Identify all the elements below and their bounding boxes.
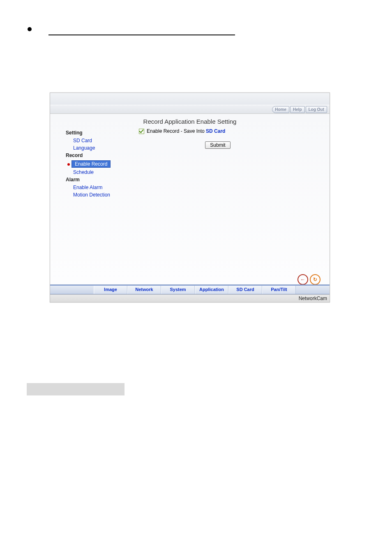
sidebar-item-motion-detection[interactable]: Motion Detection: [66, 191, 139, 199]
active-dot-icon: [67, 163, 70, 166]
logout-button[interactable]: Log Out: [306, 106, 327, 113]
bottom-icon-bar: ← ↻: [297, 274, 321, 285]
enable-record-checkbox[interactable]: [139, 129, 144, 134]
sidebar: Setting SD Card Language Record Enable R…: [50, 127, 139, 284]
enable-record-row: Enable Record - Save Into SD Card: [139, 128, 330, 134]
tab-network[interactable]: Network: [127, 285, 161, 294]
sidebar-item-schedule[interactable]: Schedule: [66, 169, 139, 176]
help-button[interactable]: Help: [290, 106, 305, 113]
window-top-spacer: [50, 93, 330, 105]
sidebar-item-label: Enable Record: [71, 160, 111, 168]
tab-system[interactable]: System: [161, 285, 195, 294]
bottom-tabs: Image Network System Application SD Card…: [50, 284, 330, 294]
content-area: Record Application Enable Setting Settin…: [50, 114, 330, 284]
enable-record-label: Enable Record - Save Into SD Card: [147, 128, 225, 134]
footer-brand: NetworkCam: [299, 296, 327, 301]
sidebar-group-alarm: Alarm: [66, 177, 139, 183]
sidebar-item-enable-record[interactable]: Enable Record: [66, 159, 139, 169]
tab-application[interactable]: Application: [195, 285, 228, 294]
sidebar-item-language[interactable]: Language: [66, 144, 139, 152]
tab-image[interactable]: Image: [94, 285, 127, 294]
tab-pantilt[interactable]: Pan/Tilt: [262, 285, 296, 294]
sidebar-group-record: Record: [66, 153, 139, 158]
app-window: Home Help Log Out Record Application Ena…: [50, 92, 330, 303]
bullet-icon: [28, 27, 32, 31]
footer-bar: NetworkCam: [50, 294, 330, 302]
page-title: Record Application Enable Setting: [50, 114, 330, 127]
main-panel: Enable Record - Save Into SD Card Submit: [139, 127, 330, 284]
sidebar-item-enable-alarm[interactable]: Enable Alarm: [66, 184, 139, 191]
submit-button[interactable]: Submit: [205, 141, 230, 149]
sidebar-group-setting: Setting: [66, 130, 139, 136]
top-bar: Home Help Log Out: [50, 105, 330, 114]
reload-icon[interactable]: ↻: [310, 274, 321, 285]
gray-block: [27, 383, 125, 395]
tab-sdcard[interactable]: SD Card: [228, 285, 262, 294]
sidebar-item-sdcard[interactable]: SD Card: [66, 137, 139, 144]
sdcard-link[interactable]: SD Card: [206, 128, 225, 134]
heading-underline: [48, 35, 235, 35]
back-icon[interactable]: ←: [297, 274, 308, 285]
home-button[interactable]: Home: [272, 106, 289, 113]
